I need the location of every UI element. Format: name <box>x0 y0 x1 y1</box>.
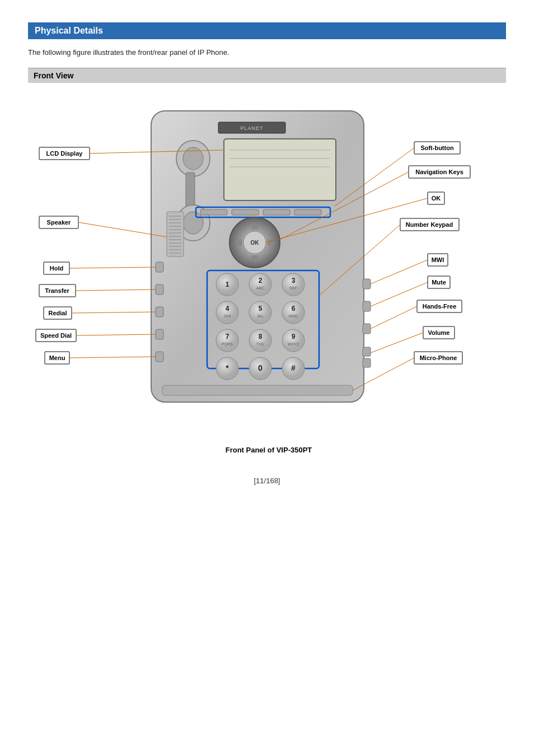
svg-text:6: 6 <box>292 305 296 312</box>
svg-rect-29 <box>294 209 321 215</box>
svg-text:#: # <box>291 363 296 372</box>
svg-text:Menu: Menu <box>49 354 65 361</box>
svg-line-89 <box>69 267 156 268</box>
svg-text:TUV: TUV <box>256 342 264 346</box>
svg-text:MNO: MNO <box>289 314 298 318</box>
svg-text:5: 5 <box>259 305 263 312</box>
svg-text:9: 9 <box>292 333 296 340</box>
subsection-title: Front View <box>34 71 73 80</box>
section-header: Physical Details <box>28 22 506 39</box>
svg-rect-26 <box>200 209 227 215</box>
svg-rect-76 <box>363 301 371 311</box>
svg-text:JKL: JKL <box>257 314 264 318</box>
phone-svg: PLANET <box>28 94 509 441</box>
svg-line-95 <box>72 312 156 313</box>
svg-text:GHI: GHI <box>224 314 231 318</box>
svg-rect-71 <box>156 284 163 295</box>
svg-rect-72 <box>156 307 163 317</box>
diagram-area: PLANET <box>28 94 509 454</box>
svg-text:4: 4 <box>226 305 229 312</box>
svg-line-125 <box>371 333 423 353</box>
svg-point-11 <box>183 212 203 234</box>
svg-text:7: 7 <box>226 333 229 340</box>
svg-rect-80 <box>162 385 353 395</box>
subsection-header: Front View <box>28 68 506 83</box>
page-number: [11/168] <box>28 477 506 485</box>
svg-text:Volume: Volume <box>428 329 450 336</box>
svg-line-122 <box>371 306 417 329</box>
svg-text:2: 2 <box>259 277 263 284</box>
svg-rect-78 <box>363 347 371 356</box>
svg-text:8: 8 <box>259 333 263 340</box>
svg-rect-28 <box>263 209 290 215</box>
page-container: Physical Details The following figure il… <box>0 0 534 507</box>
diagram-caption: Front Panel of VIP-350PT <box>28 446 509 454</box>
svg-text:0: 0 <box>258 363 263 372</box>
svg-text:Hands-Free: Hands-Free <box>423 303 457 310</box>
svg-rect-3 <box>224 139 336 200</box>
svg-line-98 <box>76 334 156 335</box>
svg-text:Hold: Hold <box>50 265 63 272</box>
svg-line-101 <box>69 357 156 358</box>
svg-text:Number Keypad: Number Keypad <box>406 221 453 228</box>
svg-text:3: 3 <box>292 277 296 284</box>
section-title: Physical Details <box>35 26 103 35</box>
svg-text:OK: OK <box>432 195 441 202</box>
svg-rect-75 <box>363 279 371 289</box>
svg-text:Speaker: Speaker <box>47 219 72 226</box>
svg-rect-77 <box>363 324 371 334</box>
svg-rect-70 <box>156 262 163 272</box>
svg-rect-79 <box>363 358 371 367</box>
svg-line-92 <box>76 290 156 291</box>
svg-text:MWI: MWI <box>432 256 444 263</box>
svg-text:Navigation Keys: Navigation Keys <box>415 169 463 175</box>
svg-text:OK: OK <box>251 240 260 246</box>
svg-text:Redial: Redial <box>48 310 67 316</box>
svg-text:PLANET: PLANET <box>240 125 263 131</box>
svg-text:*: * <box>226 363 229 372</box>
svg-text:Micro-Phone: Micro-Phone <box>420 354 457 361</box>
svg-line-116 <box>371 260 428 284</box>
svg-text:Soft-button: Soft-button <box>420 144 454 151</box>
svg-rect-74 <box>156 352 163 362</box>
svg-text:DEF: DEF <box>289 286 297 290</box>
svg-rect-27 <box>232 209 259 215</box>
svg-text:WXYZ: WXYZ <box>288 342 299 346</box>
svg-rect-73 <box>156 329 163 339</box>
svg-text:Speed Dial: Speed Dial <box>40 332 72 339</box>
svg-text:ABC: ABC <box>256 286 264 290</box>
intro-text: The following figure illustrates the fro… <box>28 48 506 57</box>
svg-text:1: 1 <box>226 281 229 288</box>
svg-text:LCD Display: LCD Display <box>46 150 83 157</box>
svg-text:PQRS: PQRS <box>222 342 233 347</box>
svg-text:Transfer: Transfer <box>45 287 69 294</box>
svg-text:Mute: Mute <box>432 279 446 286</box>
